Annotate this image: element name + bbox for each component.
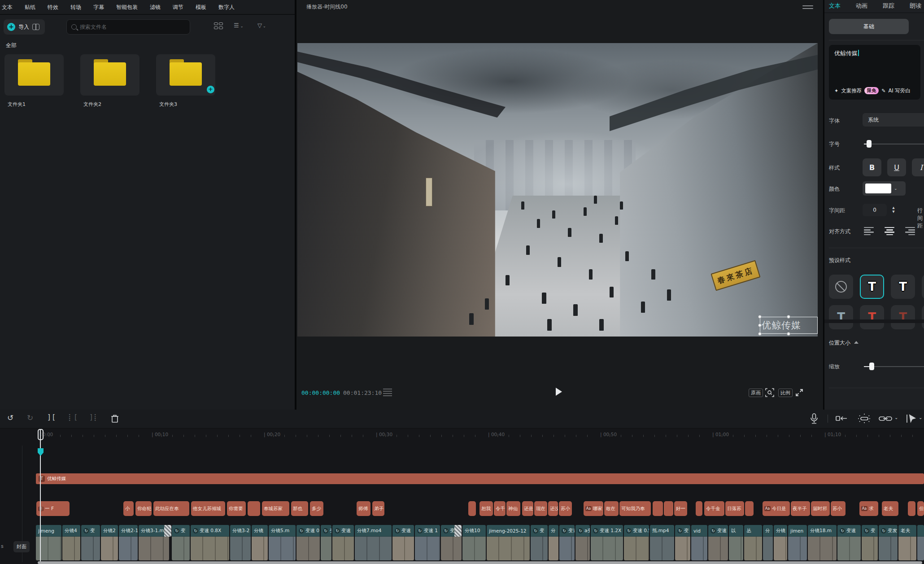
align-right-button[interactable] xyxy=(905,227,915,235)
video-clip[interactable]: ↻变 xyxy=(862,525,878,560)
selection-handle[interactable] xyxy=(758,332,762,336)
menu-item-3[interactable]: 特效 xyxy=(48,4,58,11)
video-clip[interactable]: ↻变速 xyxy=(708,525,728,560)
align-center-button[interactable] xyxy=(885,227,894,235)
video-clip[interactable]: 分镜3-2 xyxy=(230,525,251,560)
scale-slider-knob[interactable] xyxy=(869,363,874,370)
subtitle-clip[interactable]: 还是 xyxy=(522,501,533,516)
preset-style-4[interactable]: T xyxy=(829,305,853,329)
selection-handle[interactable] xyxy=(758,315,762,319)
subtitle-clip[interactable]: 老夫 xyxy=(882,501,898,516)
video-clip[interactable]: jimen xyxy=(788,525,807,560)
video-clip[interactable]: ↻变 xyxy=(675,525,690,560)
subtitle-clip[interactable] xyxy=(653,501,663,516)
menu-item-9[interactable]: 模板 xyxy=(196,4,206,11)
subtitle-clip[interactable]: 弟子 xyxy=(372,501,384,516)
bold-button[interactable]: B xyxy=(863,158,881,176)
preset-style-selected[interactable]: T xyxy=(860,275,884,299)
color-picker[interactable]: ⌄ xyxy=(863,181,906,196)
video-clip[interactable]: 分镜4 xyxy=(62,525,80,560)
subtitle-clip[interactable]: 现在 xyxy=(534,501,547,516)
menu-item-4[interactable]: 转场 xyxy=(70,4,81,11)
subtitle-clip[interactable] xyxy=(745,501,754,516)
subtitle-clip[interactable]: 他女儿苏倾城 xyxy=(191,501,225,516)
redo-icon[interactable]: ↻ xyxy=(27,413,33,422)
video-clip[interactable]: 分镜 xyxy=(774,525,787,560)
subtitle-clip[interactable]: 你需要 xyxy=(227,501,246,516)
video-clip[interactable]: 分镜18.m xyxy=(808,525,837,560)
ratio-button[interactable]: 比例 xyxy=(778,389,793,397)
panel-tab-文本[interactable]: 文本 xyxy=(829,2,841,10)
cover-button[interactable]: 封面 xyxy=(13,541,30,552)
select-mode-chevron-icon[interactable]: ⌄ xyxy=(919,415,922,420)
video-clip[interactable]: 分镜5.m xyxy=(269,525,296,560)
menu-item-7[interactable]: 滤镜 xyxy=(150,4,161,11)
preset-style-2[interactable]: T xyxy=(891,275,915,299)
ai-narration-button[interactable]: AI 写旁白 xyxy=(888,87,910,94)
letter-spacing-input[interactable]: 0 xyxy=(863,204,887,216)
subtitle-clip[interactable]: Aa哪家 xyxy=(584,501,603,516)
subtitle-clip[interactable]: 此劫应在奉 xyxy=(153,501,189,516)
subtitle-clip[interactable]: 届时邪 xyxy=(811,501,830,516)
sort-icon[interactable]: ☰⌄ xyxy=(234,22,244,29)
video-clip[interactable]: ↻变速 0 xyxy=(296,525,320,560)
video-clip[interactable]: ↻变速 0.8X xyxy=(191,525,229,560)
video-clip[interactable]: vid xyxy=(691,525,707,560)
menu-item-1[interactable]: 文本 xyxy=(2,4,13,11)
panel-tab-动画[interactable]: 动画 xyxy=(856,2,867,10)
subtitle-clip[interactable]: 奉城苏家 xyxy=(262,501,289,516)
subtitle-clip[interactable]: 夜半子 xyxy=(791,501,810,516)
subtitle-clip[interactable]: 小 xyxy=(123,501,134,516)
delete-icon[interactable] xyxy=(110,414,119,424)
preview-zoom-icon[interactable] xyxy=(765,388,775,398)
video-clip[interactable] xyxy=(917,525,924,560)
preset-style-3[interactable]: T xyxy=(922,275,924,299)
subtitle-clip[interactable]: 令千 xyxy=(494,501,506,516)
filter-icon[interactable]: ▽⌄ xyxy=(257,22,266,29)
video-clip[interactable]: 老夫 xyxy=(898,525,916,560)
library-section-all[interactable]: 全部 xyxy=(6,42,17,49)
video-clip[interactable]: 分镜7.mo4 xyxy=(355,525,392,560)
record-voiceover-icon[interactable] xyxy=(809,413,819,424)
video-clip[interactable]: ↻变速 1 xyxy=(415,525,440,560)
subtitle-clip[interactable] xyxy=(248,501,260,516)
text-track-clip[interactable]: T 优鲸传媒 xyxy=(36,473,924,484)
video-clip[interactable]: jimeng-2025-12 xyxy=(487,525,530,560)
video-clip[interactable]: ↻变速 xyxy=(559,525,575,560)
subtitle-clip[interactable]: 你命犯生 xyxy=(135,501,152,516)
video-clip[interactable]: ↻变速 xyxy=(392,525,414,560)
copywriting-button[interactable]: 文案推荐 xyxy=(841,87,862,94)
video-clip[interactable]: ↻变速 xyxy=(332,525,354,560)
select-mode-icon[interactable] xyxy=(905,413,917,424)
split-view-icon[interactable] xyxy=(32,24,39,30)
snap-icon[interactable] xyxy=(835,414,849,423)
subtitle-clip[interactable] xyxy=(696,501,702,516)
video-clip[interactable]: 分 xyxy=(549,525,558,560)
scale-slider[interactable] xyxy=(864,366,924,367)
preset-style-5[interactable]: T xyxy=(860,305,884,329)
subtitle-clip[interactable]: 敢在 xyxy=(604,501,619,516)
menu-item-6[interactable]: 智能包装 xyxy=(116,4,138,11)
split-icon[interactable]: ][ xyxy=(47,413,56,421)
video-clip[interactable]: ↻变速 1.2X xyxy=(591,525,623,560)
subtitle-clip[interactable]: 那也 xyxy=(291,501,308,516)
subtitle-clip[interactable]: 还没 xyxy=(548,501,558,516)
preset-style-7[interactable]: T xyxy=(922,305,924,329)
horizontal-scrollbar[interactable] xyxy=(38,561,922,564)
folder-card[interactable] xyxy=(4,54,64,96)
undo-icon[interactable]: ↺ xyxy=(7,413,13,422)
subtitle-clip[interactable]: 可知我乃奉 xyxy=(619,501,651,516)
link-icon[interactable] xyxy=(878,414,893,423)
video-clip[interactable]: 以 xyxy=(729,525,743,560)
letter-spacing-stepper[interactable]: ▲▼ xyxy=(890,204,897,216)
align-left-button[interactable] xyxy=(864,227,874,235)
subtitle-clip[interactable]: 令千金 xyxy=(704,501,724,516)
hamburger-menu-icon[interactable] xyxy=(802,4,813,11)
subtitle-clip[interactable] xyxy=(664,501,673,516)
split-right-icon[interactable]: ]⡇ xyxy=(89,413,99,421)
font-size-slider[interactable] xyxy=(864,144,924,144)
transition-marker[interactable] xyxy=(454,525,462,537)
fullscreen-icon[interactable] xyxy=(794,388,804,398)
font-size-slider-knob[interactable] xyxy=(867,140,872,148)
italic-button[interactable]: I xyxy=(912,158,924,176)
